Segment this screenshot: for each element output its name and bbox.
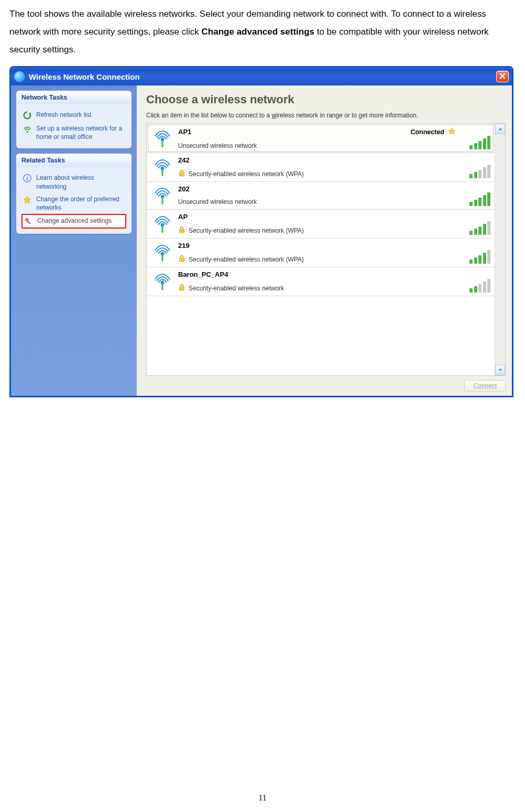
antenna-icon	[151, 156, 174, 178]
network-name: AP	[178, 213, 188, 221]
signal-bars-icon	[469, 279, 490, 293]
svg-rect-16	[162, 254, 163, 262]
chevron-down-icon	[498, 365, 503, 375]
sidebar: Network Tasks Refresh network list Set u…	[11, 85, 137, 396]
signal-bars-icon	[469, 221, 490, 235]
signal-bars-icon	[469, 136, 490, 149]
scrollbar[interactable]	[495, 124, 505, 375]
task-label: Change advanced settings	[37, 216, 112, 225]
svg-rect-20	[180, 287, 184, 290]
task-label: Change the order of preferred networks	[36, 195, 125, 212]
wireless-title-icon	[14, 71, 25, 82]
network-desc: Security-enabled wireless network (WPA)	[178, 226, 456, 235]
scroll-up-button[interactable]	[495, 124, 505, 134]
panel-related-tasks: Related Tasks i Learn about wireless net…	[16, 154, 132, 234]
svg-rect-9	[180, 172, 184, 176]
setup-icon	[23, 124, 32, 134]
main-pane: Choose a wireless network Click an item …	[137, 85, 512, 396]
wrench-icon	[24, 216, 33, 226]
antenna-icon	[151, 242, 174, 264]
lock-icon	[178, 226, 185, 235]
svg-rect-8	[162, 169, 163, 176]
svg-text:i: i	[27, 175, 28, 181]
network-item[interactable]: Baron_PC_AP4Security-enabled wireless ne…	[147, 267, 495, 296]
lock-icon	[178, 169, 185, 178]
task-learn-wireless[interactable]: i Learn about wireless networking	[21, 171, 126, 192]
panel-header: Network Tasks	[16, 91, 132, 104]
main-heading: Choose a wireless network	[146, 93, 506, 106]
svg-rect-13	[162, 225, 163, 233]
network-desc: Security-enabled wireless network	[178, 284, 456, 293]
intro-bold: Change advanced settings	[202, 27, 314, 37]
close-icon	[499, 72, 506, 81]
task-label: Refresh network list	[36, 111, 91, 119]
network-name: AP1	[178, 128, 191, 136]
network-name: 202	[178, 185, 190, 193]
antenna-icon	[151, 213, 174, 235]
close-button[interactable]	[496, 71, 509, 82]
task-label: Set up a wireless network for a home or …	[36, 124, 125, 141]
network-item[interactable]: AP1ConnectedUnsecured wireless network	[147, 124, 495, 153]
network-status: Connected	[410, 127, 456, 137]
signal-bars-icon	[469, 192, 490, 206]
network-desc: Security-enabled wireless network (WPA)	[178, 169, 456, 178]
panel-header: Related Tasks	[16, 154, 132, 167]
svg-rect-17	[180, 258, 184, 262]
window-title: Wireless Network Connection	[29, 72, 140, 81]
svg-point-0	[26, 131, 28, 133]
task-label: Learn about wireless networking	[36, 174, 125, 190]
signal-bars-icon	[469, 165, 490, 178]
network-item[interactable]: 219Security-enabled wireless network (WP…	[147, 239, 495, 267]
network-item[interactable]: APSecurity-enabled wireless network (WPA…	[147, 210, 495, 239]
page-number: 11	[258, 793, 266, 803]
svg-rect-19	[162, 283, 163, 290]
network-desc: Unsecured wireless network	[178, 142, 456, 149]
antenna-icon	[151, 270, 174, 293]
antenna-icon	[151, 185, 174, 206]
network-name: 219	[178, 242, 190, 250]
info-icon: i	[23, 174, 32, 183]
scroll-track[interactable]	[495, 134, 505, 365]
network-item[interactable]: 242Security-enabled wireless network (WP…	[147, 153, 495, 182]
chevron-up-icon	[498, 124, 503, 134]
task-change-advanced-settings[interactable]: Change advanced settings	[21, 214, 126, 229]
favorite-star-icon	[447, 127, 456, 137]
network-list-container: AP1ConnectedUnsecured wireless network 2…	[146, 123, 506, 376]
star-icon	[23, 195, 32, 204]
svg-rect-4	[27, 221, 31, 224]
svg-rect-11	[162, 197, 163, 204]
network-name: 242	[178, 156, 190, 164]
signal-bars-icon	[469, 250, 490, 264]
svg-rect-14	[180, 229, 184, 233]
refresh-icon	[23, 111, 32, 120]
lock-icon	[178, 255, 185, 264]
network-name: Baron_PC_AP4	[178, 270, 228, 278]
list-description: Click an item in the list below to conne…	[146, 112, 506, 119]
task-change-order[interactable]: Change the order of preferred networks	[21, 193, 126, 214]
document-intro: The tool shows the available wireless ne…	[9, 5, 516, 59]
panel-network-tasks: Network Tasks Refresh network list Set u…	[16, 91, 132, 148]
connect-button[interactable]: Connect	[464, 380, 506, 392]
network-item[interactable]: 202Unsecured wireless network	[147, 182, 495, 210]
network-desc: Security-enabled wireless network (WPA)	[178, 255, 456, 264]
task-refresh-network-list[interactable]: Refresh network list	[21, 109, 126, 122]
network-list: AP1ConnectedUnsecured wireless network 2…	[147, 124, 495, 375]
wireless-window: Wireless Network Connection Network Task…	[9, 66, 513, 397]
svg-rect-6	[162, 140, 163, 147]
network-desc: Unsecured wireless network	[178, 198, 456, 205]
lock-icon	[178, 284, 185, 293]
titlebar[interactable]: Wireless Network Connection	[11, 68, 512, 85]
antenna-icon	[151, 127, 174, 149]
scroll-down-button[interactable]	[495, 365, 505, 375]
task-setup-wireless[interactable]: Set up a wireless network for a home or …	[21, 122, 126, 143]
svg-point-3	[25, 218, 29, 222]
